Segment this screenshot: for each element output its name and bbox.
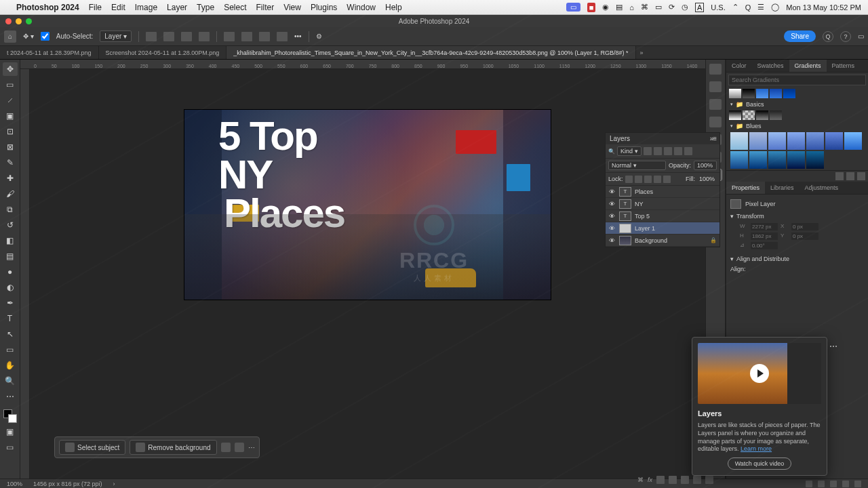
filter-pixel-icon[interactable] (644, 147, 652, 155)
quick-mask-tool[interactable]: ▣ (3, 425, 18, 439)
gradient-swatch[interactable] (749, 151, 767, 169)
search-icon[interactable]: Q (745, 3, 751, 12)
healing-tool[interactable]: ✚ (3, 171, 18, 185)
tray-icon[interactable]: ◯ (771, 3, 779, 12)
share-button[interactable]: Share (784, 30, 816, 42)
fx-icon[interactable]: fx (648, 476, 652, 483)
menu-edit[interactable]: Edit (111, 3, 125, 12)
gradient-folder-basics[interactable]: ▾📁 Basics (726, 100, 868, 109)
adjustment-icon[interactable] (669, 476, 677, 484)
gear-icon[interactable]: ⚙ (316, 33, 322, 40)
filter-smart-icon[interactable] (684, 147, 692, 155)
gradient-swatch[interactable] (844, 132, 862, 150)
document-tab[interactable]: t 2024-05-11 at 1.28.39PM.png (0, 46, 99, 59)
align-section[interactable]: ▾Align and Distribute (730, 253, 864, 264)
artboard[interactable]: 5 Top NY Places (184, 110, 551, 300)
lock-all-icon[interactable] (663, 176, 671, 183)
zoom-tool[interactable]: 🔍 (3, 374, 18, 388)
status-icon[interactable] (818, 481, 825, 487)
tray-icon[interactable]: A (695, 3, 704, 12)
lock-position-icon[interactable] (644, 176, 652, 183)
ruler-horizontal[interactable]: 0501001502002503003504004505005506006507… (20, 60, 705, 69)
filter-adjust-icon[interactable] (654, 147, 662, 155)
move-tool[interactable]: ✥ (3, 62, 18, 76)
auto-select-target[interactable]: Layer ▾ (100, 30, 132, 42)
gradient-swatch[interactable] (756, 110, 768, 120)
input-lang[interactable]: U.S. (711, 3, 725, 12)
tray-icon[interactable]: ◉ (602, 3, 609, 12)
edit-toolbar[interactable]: ⋯ (3, 390, 18, 403)
paragraph-panel-icon[interactable] (709, 117, 722, 127)
object-select-tool[interactable]: ▣ (3, 109, 18, 123)
character-panel-icon[interactable] (709, 99, 722, 110)
zoom-level[interactable]: 100% (7, 481, 22, 487)
menu-file[interactable]: File (89, 3, 102, 12)
gradient-swatch[interactable] (743, 110, 755, 120)
background-color[interactable] (8, 414, 17, 423)
bluetooth-icon[interactable]: ⌘ (641, 3, 648, 12)
tab-swatches[interactable]: Swatches (752, 60, 789, 72)
lasso-tool[interactable]: ⟋ (3, 94, 18, 107)
clone-tool[interactable]: ⧉ (3, 203, 18, 216)
visibility-icon[interactable]: 👁 (608, 225, 616, 232)
home-button[interactable]: ⌂ (4, 30, 16, 43)
zoom-icon[interactable] (26, 18, 32, 24)
more-icon[interactable] (235, 443, 244, 452)
search-icon[interactable]: Q (823, 31, 833, 42)
distribute-icon[interactable] (277, 32, 288, 41)
panel-icon[interactable] (709, 81, 722, 92)
remove-background-button[interactable]: Remove background (130, 440, 216, 455)
type-tool[interactable]: T (3, 312, 18, 325)
wifi-icon[interactable]: ⌃ (732, 3, 738, 12)
tab-adjustments[interactable]: Adjustments (800, 182, 844, 194)
auto-select-checkbox[interactable] (41, 32, 50, 41)
play-icon[interactable] (750, 364, 769, 383)
frame-tool[interactable]: ⊠ (3, 140, 18, 154)
gradient-swatch[interactable] (729, 89, 741, 98)
align-icon[interactable] (146, 32, 157, 41)
shape-tool[interactable]: ▭ (3, 343, 18, 357)
popover-more-icon[interactable]: ⋯ (829, 342, 837, 351)
tab-color[interactable]: Color (726, 60, 752, 72)
blur-tool[interactable]: ● (3, 265, 18, 279)
layer-row[interactable]: 👁TNY (606, 198, 719, 210)
chevron-right-icon[interactable]: › (113, 481, 115, 487)
gradient-swatch[interactable] (770, 110, 782, 120)
menu-type[interactable]: Type (197, 3, 214, 12)
eraser-tool[interactable]: ◧ (3, 234, 18, 247)
distribute-icon[interactable] (224, 32, 235, 41)
menu-filter[interactable]: Filter (256, 3, 274, 12)
more-icon[interactable]: ••• (294, 33, 302, 40)
transform-icon[interactable] (221, 443, 231, 452)
gradient-tool[interactable]: ▤ (3, 249, 18, 263)
panel-icon[interactable] (709, 64, 722, 75)
marquee-tool[interactable]: ▭ (3, 78, 18, 92)
dodge-tool[interactable]: ◐ (3, 281, 18, 294)
align-icon[interactable] (163, 32, 174, 41)
tab-libraries[interactable]: Libraries (765, 182, 800, 194)
battery-icon[interactable]: ▭ (655, 3, 662, 12)
video-thumbnail[interactable] (698, 343, 821, 404)
watch-video-button[interactable]: Watch quick video (728, 458, 792, 470)
align-icon[interactable] (181, 32, 192, 41)
learn-more-link[interactable]: Learn more (741, 445, 772, 452)
menu-view[interactable]: View (283, 3, 301, 12)
gradient-swatch[interactable] (756, 89, 768, 98)
lock-nesting-icon[interactable] (654, 176, 661, 183)
layer-row-selected[interactable]: 👁Layer 1 (606, 222, 719, 235)
status-icon[interactable] (830, 481, 837, 487)
align-icon[interactable] (199, 32, 210, 41)
gradient-swatch[interactable] (787, 132, 805, 150)
layer-row[interactable]: 👁Background🔒 (606, 235, 719, 247)
delete-layer-icon[interactable] (705, 476, 713, 484)
link-icon[interactable]: ⌘ (637, 476, 644, 483)
gradient-swatch[interactable] (825, 132, 843, 150)
distribute-icon[interactable] (259, 32, 270, 41)
tab-patterns[interactable]: Patterns (827, 60, 861, 72)
gradient-swatch[interactable] (770, 89, 782, 98)
menu-layer[interactable]: Layer (167, 3, 187, 12)
gradient-swatch[interactable] (730, 132, 748, 150)
transform-section[interactable]: ▾Transform (730, 211, 864, 222)
canvas-area[interactable]: 0501001502002503003504004505005506006507… (20, 60, 705, 479)
tab-gradients[interactable]: Gradients (789, 60, 827, 72)
